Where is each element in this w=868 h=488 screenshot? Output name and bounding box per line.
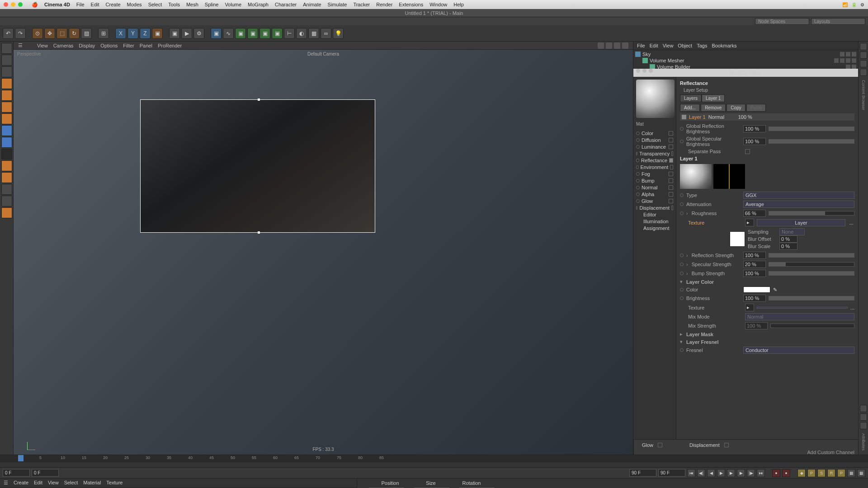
object-mode[interactable] [1, 78, 12, 89]
prev-key-button[interactable]: ◀| [697, 469, 705, 477]
hamburger-icon[interactable]: ☰ [4, 480, 8, 486]
menu-tools[interactable]: Tools [168, 2, 180, 7]
ch-glow[interactable]: Glow [636, 198, 673, 204]
play-back-button[interactable]: ▶ [717, 469, 725, 477]
ch-color[interactable]: Color [636, 130, 673, 136]
mm-material[interactable]: Material [83, 480, 101, 486]
menu-volume[interactable]: Volume [225, 2, 241, 7]
om-bookmarks[interactable]: Bookmarks [712, 43, 736, 48]
menu-create[interactable]: Create [106, 2, 121, 7]
ch-alpha[interactable]: Alpha [636, 191, 673, 197]
last-tool[interactable]: ▨ [81, 28, 92, 39]
texture-layer-dropdown[interactable]: Layer [757, 219, 845, 226]
copy-button[interactable]: Copy [726, 104, 745, 112]
apple-icon[interactable]: 🍎 [32, 2, 38, 8]
gsb-field[interactable]: 100 % [743, 138, 766, 145]
material-preview-sphere[interactable] [636, 80, 675, 118]
model-mode[interactable] [1, 43, 12, 54]
mm-texture[interactable]: Texture [106, 480, 123, 486]
remove-button[interactable]: Remove [701, 104, 726, 112]
menu-select[interactable]: Select [148, 2, 162, 7]
tab-layer1[interactable]: Layer 1 [702, 94, 725, 102]
next-frame-button[interactable]: ▶ [737, 469, 745, 477]
key-param-button[interactable]: P [837, 469, 845, 477]
om-view[interactable]: View [663, 43, 674, 48]
brightness-field[interactable]: 100 % [743, 295, 766, 302]
menu-help[interactable]: Help [453, 2, 464, 7]
timeline[interactable]: 0510152025303540455055606570758085 [0, 455, 868, 467]
z-axis-button[interactable]: Z [140, 28, 151, 39]
tex2-field[interactable] [757, 307, 848, 309]
rotate-tool[interactable]: ↻ [69, 28, 80, 39]
popup-icon[interactable] [860, 422, 867, 429]
blur-scale[interactable]: 0 % [779, 243, 797, 250]
menu-mesh[interactable]: Mesh [186, 2, 198, 7]
autokey-button[interactable]: ● [782, 469, 790, 477]
generator-button[interactable]: ▣ [235, 28, 246, 39]
primitive-button[interactable]: ▣ [211, 28, 222, 39]
key-all-button[interactable]: ▦ [857, 469, 865, 477]
spec-strength[interactable]: 20 % [743, 261, 766, 268]
y-axis-button[interactable]: Y [127, 28, 138, 39]
gsb-slider[interactable] [769, 139, 854, 144]
ch-editor[interactable]: Editor [636, 211, 673, 218]
ch-fog[interactable]: Fog [636, 171, 673, 177]
snap-button[interactable] [1, 137, 12, 148]
color-picker-icon[interactable]: ✎ [773, 287, 777, 293]
texture-thumb[interactable] [730, 231, 745, 247]
fresnel-dropdown[interactable]: Conductor [743, 347, 854, 354]
filter-icon[interactable] [860, 60, 867, 67]
redo-button[interactable]: ↷ [15, 28, 26, 39]
locked-workplane[interactable] [1, 172, 12, 183]
type-dropdown[interactable]: GGX [743, 192, 854, 199]
material-name-field[interactable]: Mat [636, 122, 673, 127]
menu-spline[interactable]: Spline [205, 2, 219, 7]
animation-mode[interactable] [1, 207, 12, 218]
vp-filter[interactable]: Filter [123, 43, 134, 48]
ch-transparency[interactable]: Transparency [636, 150, 673, 157]
brightness-slider[interactable] [769, 296, 854, 300]
paste-button[interactable]: Paste [746, 104, 766, 112]
env-button[interactable]: ▣ [259, 28, 270, 39]
menu-window[interactable]: Window [429, 2, 447, 7]
key-scale-button[interactable]: S [817, 469, 826, 477]
menu-edit[interactable]: Edit [91, 2, 99, 7]
vp-prorender[interactable]: ProRender [158, 43, 182, 48]
x-axis-button[interactable]: X [115, 28, 126, 39]
ch-reflectance[interactable]: Reflectance [636, 157, 673, 164]
vp-display[interactable]: Display [79, 43, 95, 48]
hamburger-icon[interactable]: ☰ [18, 42, 23, 48]
cube-icon[interactable]: ▣ [152, 28, 163, 39]
vp-nav-icon[interactable] [614, 42, 620, 49]
workplane-mode[interactable] [1, 66, 12, 77]
record-button[interactable]: ● [772, 469, 780, 477]
light-button[interactable]: ⊢ [284, 28, 295, 39]
color-swatch[interactable] [743, 286, 770, 293]
deformer-button[interactable]: ▣ [247, 28, 258, 39]
ch-luminance[interactable]: Luminance [636, 144, 673, 150]
content-browser-tab[interactable]: Content Browser [861, 80, 866, 110]
vp-nav-icon[interactable] [622, 42, 628, 49]
roughness-slider[interactable] [769, 211, 854, 216]
undo-button[interactable]: ↶ [3, 28, 14, 39]
key-sel-button[interactable]: ▦ [847, 469, 855, 477]
om-tags[interactable]: Tags [697, 43, 707, 48]
prev-frame-button[interactable]: ◀ [707, 469, 715, 477]
menu-modes[interactable]: Modes [127, 2, 142, 7]
poly-mode[interactable] [1, 102, 12, 113]
obj-sky[interactable]: Sky [635, 51, 856, 57]
viewport-canvas[interactable]: Perspective Default Camera FPS : 33.3 [14, 50, 633, 455]
volume-button[interactable]: ◐ [296, 28, 307, 39]
start-frame[interactable]: 0 F [3, 469, 30, 477]
tweak-mode[interactable] [1, 196, 12, 206]
vp-view[interactable]: View [37, 43, 48, 48]
menu-animate[interactable]: Animate [303, 2, 321, 7]
layouts-dropdown[interactable]: Layouts [811, 18, 865, 25]
menu-simulate[interactable]: Simulate [328, 2, 347, 7]
separate-pass-checkbox[interactable] [745, 149, 750, 154]
om-file[interactable]: File [637, 43, 645, 48]
spline-button[interactable]: ∿ [223, 28, 234, 39]
om-edit[interactable]: Edit [650, 43, 658, 48]
blur-offset[interactable]: 0 % [779, 235, 797, 243]
menu-extensions[interactable]: Extensions [399, 2, 423, 7]
